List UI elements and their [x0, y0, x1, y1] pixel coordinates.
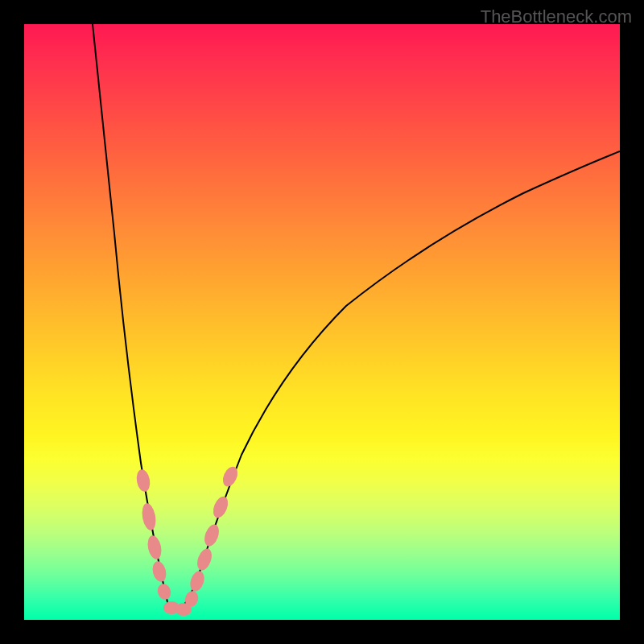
bead-right-5: [210, 494, 230, 520]
bead-left-3: [146, 535, 163, 561]
bead-left-4: [151, 559, 168, 583]
bead-left-2: [140, 502, 158, 531]
v-curve-right: [177, 151, 620, 611]
bead-right-2: [188, 569, 206, 593]
watermark-text: TheBottleneck.com: [481, 6, 632, 27]
bead-left-5: [155, 582, 172, 601]
v-curve-left: [93, 24, 177, 611]
bead-right-4: [202, 522, 222, 548]
bead-right-3: [195, 547, 215, 572]
bead-left-1: [135, 469, 152, 493]
curve-svg: [24, 24, 620, 620]
gradient-chart-area: [24, 24, 620, 620]
bead-right-6: [220, 464, 240, 489]
